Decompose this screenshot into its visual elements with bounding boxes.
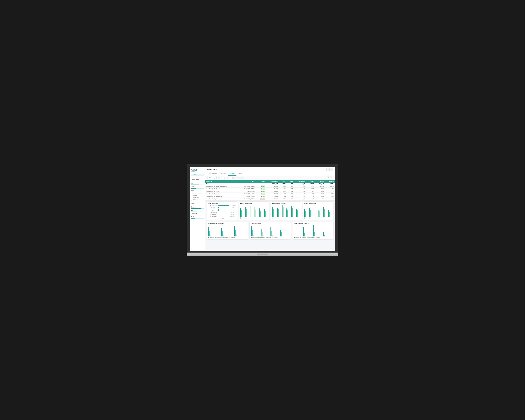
result-channel-toggle[interactable]: ✓ Channel	[246, 217, 252, 219]
status-filter-chip[interactable]: Status 🔍	[227, 177, 235, 179]
imp-bar-1b	[209, 231, 210, 236]
click-group-4	[280, 230, 290, 236]
top-campaigns-body: NL_cursus_M 23,262 NL_all_leads	[208, 205, 236, 219]
row3-cpe: 0,1	[287, 190, 294, 193]
revenue-week-checkbox[interactable]: ✓	[272, 217, 274, 219]
conv-messenger-label: messenger	[308, 237, 314, 238]
goal-search-icon: 🔍	[224, 177, 225, 179]
col-impression[interactable]: Impression	[266, 180, 279, 183]
col-result[interactable]: Result	[315, 180, 325, 183]
filter-icon-group: ⊟ ⚙	[327, 177, 333, 179]
click-bar-2a	[261, 229, 262, 236]
ad-slider[interactable]	[191, 212, 204, 212]
revenue-channel-toggle[interactable]: ✓ Channel	[278, 217, 284, 219]
filter-chips: ⊞ Campaign 🔍 Goal 🔍 Status 🔍	[207, 177, 244, 179]
tab-image[interactable]: Image	[237, 172, 244, 176]
sidebar-item-bedrijf[interactable]: Uw bedrijf	[191, 196, 204, 199]
revenue-bar-green-4	[287, 210, 288, 217]
click-facebook-label: facebook	[252, 237, 257, 238]
sidebar-item-week[interactable]: Week	[191, 189, 204, 192]
conversion-bar-chart	[294, 225, 332, 236]
goal-filter-chip[interactable]: Goal 🔍	[219, 177, 226, 179]
impression-bar-chart	[208, 225, 247, 236]
row3-frequency: 1,02	[294, 190, 306, 193]
spend-week-checkbox[interactable]: ✓	[304, 217, 306, 219]
result-bar-group-5	[259, 208, 263, 217]
conversion-legend: facebook instagram messenger	[294, 237, 332, 238]
goal-slider[interactable]	[191, 218, 204, 219]
col-status[interactable]: Status	[255, 180, 266, 183]
imp-group-2	[221, 228, 234, 236]
click-bar-3a	[271, 227, 271, 236]
year-slider[interactable]	[191, 185, 204, 185]
conversion-per-channel-title: Conversion per channel	[294, 223, 332, 224]
date-label: Date	[191, 203, 204, 204]
bedrijf-checkbox[interactable]	[191, 197, 192, 198]
spend-channel-toggle[interactable]: ✓ Channel	[309, 217, 316, 219]
col-spend[interactable]: Spend	[306, 180, 315, 183]
result-toggle: ✓ Week ✓ Channel	[240, 217, 269, 219]
settings-button[interactable]: ⚙	[330, 177, 333, 179]
conv-bar-1a	[294, 231, 294, 236]
hbar-row-1: NL_cursus_M 23,262	[208, 205, 236, 206]
conversion-per-channel-chart: Conversion per channel	[292, 221, 334, 240]
row2-spend: €1,389	[306, 188, 315, 190]
table-row: Jouw Bedrijf | NL_cursus_MarketingAlti O…	[205, 185, 335, 188]
date-slider[interactable]	[191, 205, 204, 205]
col-clicks[interactable]: Clicks	[279, 180, 287, 183]
month-slider[interactable]	[191, 188, 204, 189]
sidebar-item-year[interactable]: Year	[191, 182, 204, 184]
account-checkbox[interactable]	[191, 195, 192, 196]
tab-ad-name[interactable]: Ad Name	[219, 172, 228, 176]
select-date-button[interactable]: Select a date	[191, 174, 204, 176]
row6-status: Inactive	[260, 198, 265, 200]
col-cpe[interactable]: CPE	[287, 180, 294, 183]
grid-view-button[interactable]: ⊟	[327, 177, 330, 179]
result-channel-checkbox[interactable]: ✓	[246, 217, 247, 219]
channel-slider[interactable]	[191, 208, 204, 209]
campaign-filter-chip[interactable]: ⊞ Campaign 🔍	[207, 177, 219, 179]
click-per-channel-title: Click per channel	[251, 223, 290, 224]
is-active-checkbox[interactable]	[191, 199, 192, 200]
tab-channel[interactable]: Channel	[228, 172, 237, 176]
revenue-week-toggle[interactable]: ✓ Week	[272, 217, 277, 219]
result-week-toggle[interactable]: ✓ Week	[240, 217, 245, 219]
row5-revenue: €1,060	[325, 195, 335, 198]
measures-button[interactable]: Measures	[236, 177, 244, 179]
row6-result: -€72	[315, 198, 325, 200]
sidebar-item-is-active[interactable]: Is active	[191, 199, 204, 201]
week-slider[interactable]	[191, 192, 204, 192]
sidebar-item-account[interactable]: Account	[191, 195, 204, 196]
col-frequency[interactable]: Frequency	[294, 180, 306, 183]
revenue-channel-checkbox[interactable]: ✓	[278, 217, 279, 219]
col-goal[interactable]: Goal	[237, 180, 255, 183]
charts-area: Top Campaigns NL_cursus_M 23	[205, 200, 335, 251]
hbar-row-6: NL_Verkeer_3 -779	[208, 216, 236, 217]
hbar-bar-pos-3	[218, 209, 219, 211]
facebook-label: facebook	[210, 237, 214, 238]
click-per-channel-chart: Click per channel	[249, 221, 291, 240]
divider-3	[191, 202, 204, 202]
facebook-dot	[208, 237, 209, 238]
row5-cpe: 0,1	[287, 195, 294, 198]
hbar-bar-neg-6	[230, 216, 232, 217]
tab-ad-set-name[interactable]: Ad Set Name	[207, 172, 219, 176]
instagram-label: instagram	[216, 237, 221, 238]
conv-bar-3a	[313, 225, 314, 236]
click-bar-1c	[253, 235, 253, 236]
click-group-2	[261, 229, 270, 236]
nav-next-button[interactable]: ›	[330, 168, 333, 171]
sidebar-item-month[interactable]: Month	[191, 186, 204, 188]
col-campaign[interactable]: Campaign	[205, 180, 237, 183]
result-week-checkbox[interactable]: ✓	[240, 217, 242, 219]
col-revenue[interactable]: Revenue	[325, 180, 335, 183]
campaign-slider[interactable]	[191, 215, 204, 215]
divider-1	[191, 181, 204, 181]
legend-messenger: messenger	[222, 237, 228, 238]
logo-text: NXTLI	[191, 168, 197, 171]
spend-week-toggle[interactable]: ✓ Week	[304, 217, 309, 219]
spend-channel-checkbox[interactable]: ✓	[309, 217, 311, 219]
nav-prev-button[interactable]: ‹	[327, 168, 329, 171]
messenger-dot	[222, 237, 223, 238]
row4-campaign: Jouw Bedrijf | NL_Ebook_2	[205, 193, 237, 195]
